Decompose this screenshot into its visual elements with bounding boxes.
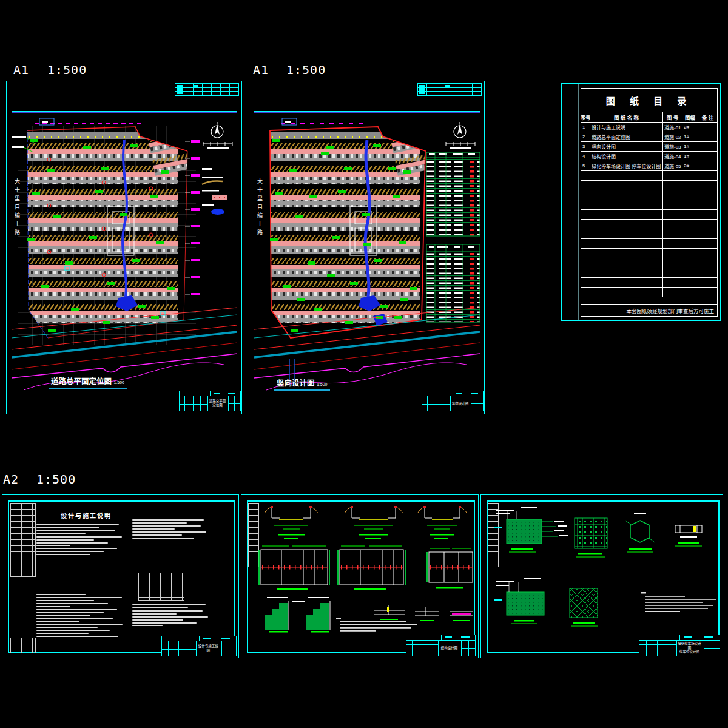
catalog-row[interactable]: 4结构设计图 道施-041# (581, 152, 717, 161)
notes-mini-table (138, 573, 184, 601)
notes-text-column-3 (132, 604, 212, 629)
crosshatch-paver-plan (570, 588, 598, 626)
street-name-vertical: 大十里自编土路 (256, 178, 264, 269)
title-block-name: 道路总平面定位图 (208, 397, 227, 410)
title-block-name: 结构设计图 (439, 641, 460, 655)
wheel-stop-detail (675, 525, 702, 546)
slope-table-1 (426, 152, 480, 236)
notes-title: 设计与施工说明 (61, 511, 112, 520)
header-band (254, 93, 480, 112)
title-block-name: 绿化停车场设计图 停车位设计图 (677, 641, 702, 655)
catalog-row[interactable]: 5绿化停车场设计图 停车位设计图 道施-052# (581, 161, 717, 171)
catalog-empty-row (581, 239, 717, 249)
coordinate-table (426, 244, 480, 322)
road-cross-sections (265, 506, 467, 539)
planting-section-1 (494, 507, 568, 552)
sheet-road-plan[interactable]: 大十里自编土路 道路总平面定位图 1:500 道路总平面定位图 (6, 81, 242, 414)
drawing-title: 道路总平面定位图 1:500 (51, 375, 124, 386)
catalog-empty-row (581, 229, 717, 239)
catalog-row[interactable]: 2道路总平面定位图 道施-021# (581, 132, 717, 142)
coordinate-tick-labels-top (281, 123, 363, 124)
north-arrow-icon (454, 122, 466, 138)
title-block-name: 竖向设计图 (451, 397, 470, 410)
title-block: 设计与施工说明 (161, 636, 237, 656)
binding-margin-line (578, 84, 579, 320)
sheet-parking-details[interactable]: 绿化停车场设计图 停车位设计图 (480, 494, 723, 658)
catalog-empty-row (581, 249, 717, 258)
grading-plan-drawing (254, 116, 480, 401)
sheet-notes-text (641, 592, 716, 612)
pavement-plan-details (259, 546, 474, 590)
title-block: 绿化停车场设计图 停车位设计图 (639, 635, 720, 656)
sheet-drawing-catalog[interactable]: 图 纸 目 录 序号 图 纸 名 称 图 号 图幅 备 注 1设计与施工说明 道… (561, 83, 721, 321)
header-blue-line (254, 112, 480, 113)
sheet-design-notes[interactable]: 设计与施工说明 设计与施工说明 (2, 494, 239, 658)
catalog-empty-row (581, 288, 717, 297)
title-underline (274, 389, 330, 391)
building-rows (268, 130, 437, 323)
coordinate-tick-labels-top (35, 123, 141, 124)
sheet-vertical-plan[interactable]: 大十里自编土路 竖向设计图 1:500 竖向设计图 (249, 81, 485, 414)
catalog-row[interactable]: 3竖向设计图 道施-031# (581, 142, 717, 152)
street-name-vertical: 大十里自编土路 (13, 178, 21, 269)
title-block: 竖向设计图 (422, 391, 484, 411)
catalog-header-row: 序号 图 纸 名 称 图 号 图幅 备 注 (581, 112, 717, 123)
hex-paver-detail (625, 513, 655, 552)
catalog-empty-row (581, 278, 717, 288)
header-band (12, 93, 237, 112)
catalog-empty-row (581, 258, 717, 268)
title-block: 道路总平面定位图 (179, 391, 241, 411)
catalog-empty-row (581, 210, 717, 220)
step-sections (265, 597, 330, 633)
title-block: 结构设计图 (406, 635, 476, 656)
catalog-footer-note: 本套图纸须经规划部门审查后方可施工 (581, 304, 717, 316)
curb-details (374, 605, 473, 621)
catalog-row[interactable]: 1设计与施工说明 道施-012# (581, 123, 717, 132)
binding-table-lower (10, 638, 36, 653)
scale-label-a1-mid: 1:500 (286, 62, 326, 77)
catalog-title: 图 纸 目 录 (581, 89, 717, 112)
catalog-empty-row (581, 268, 717, 278)
planting-section-2 (494, 578, 544, 624)
scale-bar (203, 142, 232, 149)
grass-paver-plan (575, 518, 607, 557)
sheet-structure-details[interactable]: 结构设计图 (241, 494, 479, 658)
parking-details-drawing (490, 502, 716, 633)
title-underline (49, 388, 127, 389)
format-label-a2: A2 (3, 472, 19, 487)
header-blue-line (12, 112, 237, 113)
catalog-empty-row (581, 200, 717, 210)
catalog-empty-row (581, 171, 717, 181)
structure-details-drawing (250, 502, 474, 633)
sheet-notes-text (336, 618, 417, 632)
scale-bar (446, 142, 475, 149)
scale-label-a1-left: 1:500 (47, 62, 87, 77)
format-label-a1-mid: A1 (253, 62, 269, 77)
drawing-title: 竖向设计图 1:500 (277, 377, 328, 388)
catalog-empty-row (581, 220, 717, 229)
legend (202, 168, 228, 215)
catalog-empty-row (581, 190, 717, 200)
cad-canvas: A1 1:500 A1 1:500 A2 1:500 (0, 0, 728, 728)
catalog-empty-row (581, 181, 717, 190)
notes-text-column-1 (36, 524, 126, 637)
catalog-table: 图 纸 目 录 序号 图 纸 名 称 图 号 图幅 备 注 1设计与施工说明 道… (581, 88, 718, 317)
notes-text-column-2 (132, 519, 210, 565)
binding-table (10, 503, 36, 577)
title-block-name: 设计与施工说明 (197, 642, 220, 655)
scale-label-a2: 1:500 (36, 472, 76, 487)
north-arrow-icon (211, 122, 223, 138)
site-plan-drawing (12, 116, 237, 401)
format-label-a1-left: A1 (13, 62, 29, 77)
